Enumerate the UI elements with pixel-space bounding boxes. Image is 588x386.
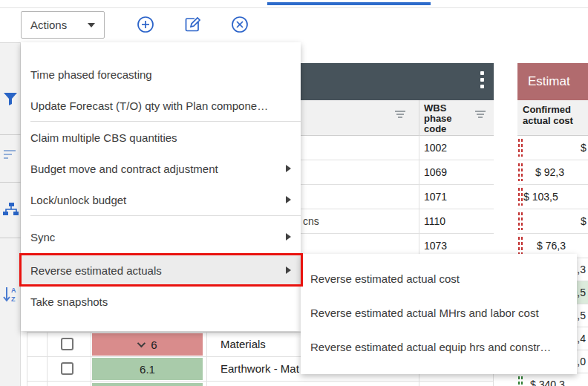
wbs-cell: 1073 [424, 240, 447, 252]
table-row: cns 1110 [300, 209, 494, 234]
wbs-cell: 1071 [424, 191, 447, 203]
estimated-actual-indicator-icon [518, 188, 523, 206]
cbs-code: 6.1 [140, 363, 155, 376]
cost-cell: $ [517, 136, 588, 160]
estimated-actual-indicator-icon [518, 139, 523, 157]
toolbar-divider [0, 7, 588, 8]
sidebar-divider [0, 134, 21, 135]
submenu-item-reverse-estimated-actual-cost[interactable]: Reverse estimated actual cost [301, 261, 577, 295]
estimated-actual-indicator-icon [518, 237, 523, 255]
menu-item-claim-multiple-cbs-quantities[interactable]: Claim multiple CBS quantities [21, 122, 301, 153]
table-row: 1069 [300, 160, 494, 185]
table-row: Concrete - Materials 1006 [27, 382, 494, 386]
wbs-cell: 1069 [424, 166, 447, 178]
menu-item-budget-move-and-contract-adjustment[interactable]: Budget move and contract adjustment [21, 153, 301, 184]
menu-item-sync[interactable]: Sync [21, 221, 301, 252]
cost-cell: $ 103,5 [517, 185, 588, 209]
filter-icon[interactable] [3, 92, 18, 109]
sidebar-divider [0, 238, 21, 238]
sidebar-divider [0, 182, 21, 183]
column-filter-icon[interactable] [474, 109, 487, 122]
reversed-actual-indicator-icon [518, 376, 523, 386]
edit-icon[interactable] [182, 14, 203, 35]
cbs-code: 6 [151, 338, 157, 351]
cost-cell: $ 340,3 [517, 373, 588, 386]
cost-cell: $ [517, 209, 588, 234]
confirmed-actual-cost-header: Confirmed actual cost [517, 100, 588, 136]
column-divider [419, 100, 419, 136]
kebab-menu-icon[interactable] [480, 71, 485, 91]
estimated-actual-indicator-icon [518, 163, 523, 181]
submenu-item-reverse-estimated-actual-mhrs-labor-cost[interactable]: Reverse estimated actual MHrs and labor … [301, 295, 577, 330]
active-tab-indicator [267, 2, 431, 5]
sort-az-icon[interactable]: A Z [3, 287, 18, 306]
actions-dropdown-menu: Time phased forecasting Update Forecast … [21, 42, 301, 331]
description-cell: Earthwork - Mat [220, 362, 299, 375]
estimated-actual-indicator-icon [518, 212, 523, 230]
submenu-arrow-icon [286, 233, 291, 241]
table-row: 1002 [300, 136, 494, 160]
menu-item-take-snapshots[interactable]: Take snapshots [21, 286, 301, 317]
description-cell-partial: cns [303, 215, 319, 227]
add-circle-icon[interactable] [135, 14, 156, 35]
row-checkbox[interactable] [61, 362, 74, 375]
wbs-phase-code-header: WBS phase code [424, 103, 465, 134]
cbs-code-cell[interactable] [92, 383, 203, 386]
submenu-arrow-icon [286, 165, 291, 172]
actions-button[interactable]: Actions [21, 11, 105, 39]
row-checkbox[interactable] [61, 338, 74, 350]
grid-rows: 1002 1069 1071 cns 1110 1073 [300, 136, 494, 258]
grid-group-header [300, 63, 494, 100]
org-chart-icon[interactable] [3, 203, 19, 219]
table-row: 1071 [300, 185, 494, 209]
estimated-actuals-panel-header: Estimat [517, 63, 588, 100]
chevron-down-icon[interactable] [137, 339, 146, 347]
cbs-code-cell[interactable]: 6.1 [92, 358, 203, 380]
column-filter-icon[interactable] [393, 109, 407, 122]
description-cell: Materials [220, 338, 266, 350]
submenu-item-reverse-estimated-actual-equip-hrs[interactable]: Reverse estimated actual equip hrs and c… [301, 330, 577, 364]
left-toolbar: A Z [0, 42, 21, 386]
cost-column-rows: $ $ 92,3 $ 103,5 $ $ 76,3 [517, 136, 588, 258]
svg-text:A: A [11, 287, 16, 294]
submenu-arrow-icon [286, 266, 291, 274]
cancel-circle-icon[interactable] [229, 14, 250, 35]
menu-item-reverse-estimated-actuals[interactable]: Reverse estimated actuals [21, 255, 301, 286]
actions-button-label: Actions [30, 19, 67, 31]
reverse-estimated-actuals-submenu: Reverse estimated actual cost Reverse es… [301, 254, 577, 374]
caret-down-icon [88, 23, 95, 27]
menu-item-time-phased-forecasting[interactable]: Time phased forecasting [21, 59, 301, 90]
cost-cell: $ 92,3 [517, 160, 588, 185]
grid-column-headers: WBS phase code [300, 100, 494, 136]
wbs-cell: 1110 [424, 215, 445, 227]
menu-item-lock-unlock-budget[interactable]: Lock/unlock budget [21, 184, 301, 215]
menu-item-update-forecast-qty[interactable]: Update Forecast (T/O) qty with Plan comp… [21, 90, 301, 121]
wbs-cell: 1002 [424, 142, 447, 154]
filter-lines-icon[interactable] [3, 148, 18, 163]
submenu-arrow-icon [286, 196, 291, 203]
cbs-code-cell[interactable]: 6 [92, 333, 203, 356]
svg-text:Z: Z [11, 295, 16, 303]
